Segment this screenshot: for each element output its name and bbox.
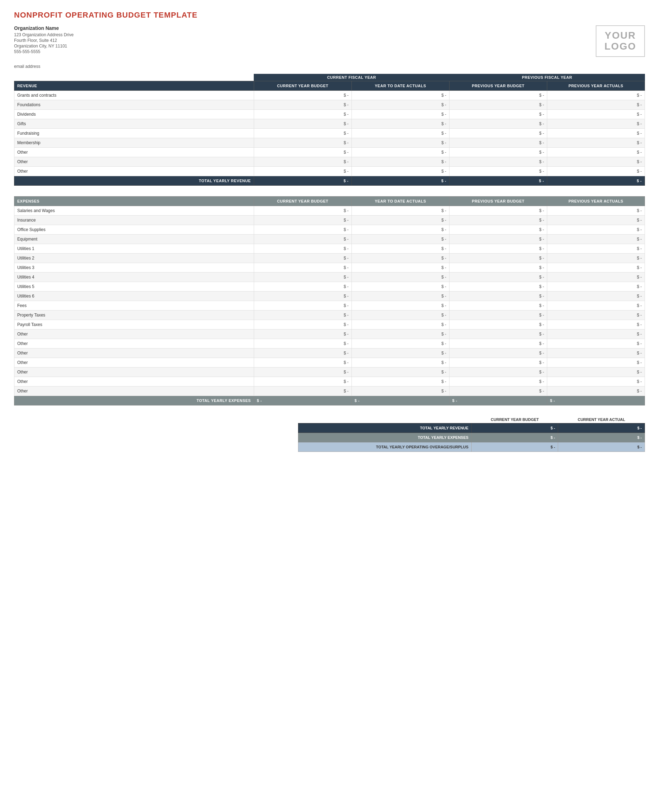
expenses-row-c3: $ - [449, 206, 547, 216]
expenses-row-c1: $ - [254, 358, 352, 368]
expenses-row-c1: $ - [254, 330, 352, 339]
revenue-row: Foundations $ - $ - $ - $ - [14, 100, 645, 110]
expenses-row-c1: $ - [254, 244, 352, 254]
page-title: NONPROFIT OPERATING BUDGET TEMPLATE [14, 11, 645, 20]
revenue-row-c4: $ - [547, 167, 645, 176]
expenses-row-c3: $ - [449, 358, 547, 368]
revenue-row-c2: $ - [352, 138, 449, 148]
expenses-row: Other $ - $ - $ - $ - [14, 368, 645, 377]
revenue-row-c2: $ - [352, 91, 449, 100]
revenue-row-c4: $ - [547, 91, 645, 100]
expenses-row-label: Payroll Taxes [14, 320, 254, 330]
revenue-section-header: REVENUE CURRENT YEAR BUDGET YEAR TO DATE… [14, 81, 645, 91]
expenses-row-c4: $ - [547, 254, 645, 263]
expenses-col1-header: CURRENT YEAR BUDGET [254, 197, 352, 206]
summary-body: TOTAL YEARLY REVENUE $ - $ - TOTAL YEARL… [298, 423, 645, 452]
expenses-row-c1: $ - [254, 273, 352, 282]
revenue-row-c2: $ - [352, 148, 449, 157]
expenses-row-c2: $ - [352, 311, 449, 320]
expenses-row: Other $ - $ - $ - $ - [14, 339, 645, 349]
revenue-row-c3: $ - [449, 157, 547, 167]
expenses-row-c1: $ - [254, 387, 352, 396]
expenses-row-c3: $ - [449, 225, 547, 235]
revenue-row: Other $ - $ - $ - $ - [14, 148, 645, 157]
org-phone: 555-555-5555 [14, 49, 74, 54]
revenue-row-c2: $ - [352, 110, 449, 119]
revenue-row-c4: $ - [547, 138, 645, 148]
expenses-row-c3: $ - [449, 311, 547, 320]
summary-row-c1: $ - [471, 423, 558, 433]
expenses-col2-header: YEAR TO DATE ACTUALS [352, 197, 449, 206]
revenue-row-c1: $ - [254, 110, 352, 119]
revenue-row-label: Grants and contracts [14, 91, 254, 100]
revenue-row: Other $ - $ - $ - $ - [14, 157, 645, 167]
expenses-row: Payroll Taxes $ - $ - $ - $ - [14, 320, 645, 330]
expenses-row-label: Other [14, 377, 254, 387]
expenses-row-c1: $ - [254, 368, 352, 377]
revenue-row-c3: $ - [449, 138, 547, 148]
revenue-total-c4: $ - [547, 176, 645, 186]
expenses-row-c4: $ - [547, 349, 645, 358]
summary-empty-col [298, 416, 471, 423]
expenses-row-c3: $ - [449, 216, 547, 225]
revenue-body: Grants and contracts $ - $ - $ - $ - Fou… [14, 91, 645, 186]
expenses-row-label: Other [14, 358, 254, 368]
expenses-row-c3: $ - [449, 330, 547, 339]
expenses-row-c2: $ - [352, 254, 449, 263]
expenses-row: Utilities 4 $ - $ - $ - $ - [14, 273, 645, 282]
current-fiscal-label: CURRENT FISCAL YEAR [254, 74, 449, 81]
revenue-row-c2: $ - [352, 119, 449, 129]
expenses-row-c4: $ - [547, 339, 645, 349]
expenses-row-c3: $ - [449, 377, 547, 387]
revenue-col1-header: CURRENT YEAR BUDGET [254, 81, 352, 91]
revenue-row: Gifts $ - $ - $ - $ - [14, 119, 645, 129]
summary-row: TOTAL YEARLY EXPENSES $ - $ - [298, 433, 645, 442]
summary-col1-header: CURRENT YEAR BUDGET [471, 416, 558, 423]
summary-table: CURRENT YEAR BUDGET CURRENT YEAR ACTUAL … [298, 416, 645, 452]
revenue-row-label: Foundations [14, 100, 254, 110]
expenses-row-label: Utilities 4 [14, 273, 254, 282]
revenue-row: Dividends $ - $ - $ - $ - [14, 110, 645, 119]
summary-row-c1: $ - [471, 442, 558, 452]
expenses-row-c1: $ - [254, 320, 352, 330]
expenses-row-label: Fees [14, 301, 254, 311]
revenue-row-c4: $ - [547, 148, 645, 157]
revenue-row-c4: $ - [547, 119, 645, 129]
expenses-row-c2: $ - [352, 206, 449, 216]
org-section: Organization Name 123 Organization Addre… [14, 25, 645, 57]
revenue-total-row: TOTAL YEARLY REVENUE $ - $ - $ - $ - [14, 176, 645, 186]
revenue-row-c3: $ - [449, 91, 547, 100]
revenue-row: Grants and contracts $ - $ - $ - $ - [14, 91, 645, 100]
expenses-row-c1: $ - [254, 339, 352, 349]
revenue-row: Other $ - $ - $ - $ - [14, 167, 645, 176]
revenue-row-c1: $ - [254, 91, 352, 100]
expenses-row-label: Other [14, 368, 254, 377]
revenue-row-c1: $ - [254, 157, 352, 167]
expenses-row: Other $ - $ - $ - $ - [14, 330, 645, 339]
revenue-row-label: Fundraising [14, 129, 254, 138]
summary-row-label: TOTAL YEARLY EXPENSES [298, 433, 471, 442]
expenses-total-c1: $ - [254, 396, 352, 406]
expenses-row-label: Other [14, 387, 254, 396]
expenses-row: Utilities 3 $ - $ - $ - $ - [14, 263, 645, 273]
revenue-row-label: Dividends [14, 110, 254, 119]
revenue-table: CURRENT FISCAL YEAR PREVIOUS FISCAL YEAR… [14, 74, 645, 186]
expenses-row: Fees $ - $ - $ - $ - [14, 301, 645, 311]
expenses-row-label: Other [14, 330, 254, 339]
revenue-row-c3: $ - [449, 100, 547, 110]
expenses-row-label: Utilities 1 [14, 244, 254, 254]
summary-row-c2: $ - [558, 433, 645, 442]
revenue-total-label: TOTAL YEARLY REVENUE [14, 176, 254, 186]
expenses-row-c2: $ - [352, 368, 449, 377]
revenue-row-c1: $ - [254, 100, 352, 110]
revenue-row-label: Other [14, 157, 254, 167]
expenses-row-c2: $ - [352, 339, 449, 349]
revenue-row-c3: $ - [449, 167, 547, 176]
expenses-row-label: Utilities 5 [14, 282, 254, 292]
expenses-section-label: EXPENSES [14, 197, 254, 206]
summary-row-c1: $ - [471, 433, 558, 442]
expenses-row-c2: $ - [352, 282, 449, 292]
expenses-row-c3: $ - [449, 320, 547, 330]
org-address1: 123 Organization Address Drive [14, 32, 74, 37]
expenses-row-label: Insurance [14, 216, 254, 225]
